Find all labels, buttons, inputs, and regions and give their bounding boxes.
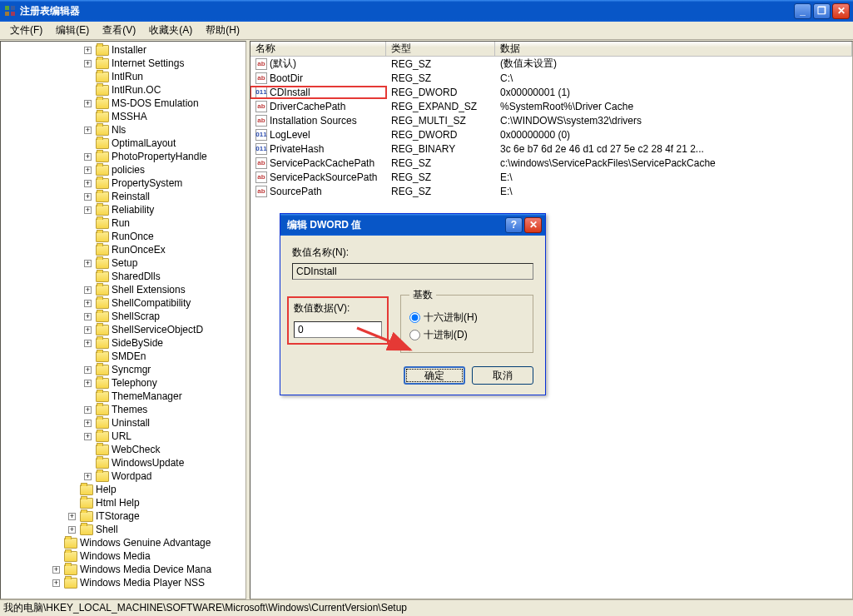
tree-item[interactable]: +Themes [1, 403, 245, 416]
tree-item[interactable]: +ShellServiceObjectD [1, 323, 245, 336]
close-button[interactable]: ✕ [832, 3, 850, 19]
tree-expander[interactable]: + [84, 406, 92, 414]
tree-item[interactable]: Windows Genuine Advantage [1, 536, 245, 549]
tree-item[interactable]: +Reliability [1, 203, 245, 216]
tree-expander[interactable]: + [84, 47, 92, 54]
menu-file[interactable]: 文件(F) [3, 22, 49, 39]
tree-expander[interactable]: + [84, 433, 92, 440]
value-data-input[interactable] [294, 321, 382, 338]
tree-item[interactable]: +Uninstall [1, 416, 245, 430]
tree-expander[interactable]: + [84, 313, 92, 320]
tree-item[interactable]: +Installer [1, 43, 245, 57]
tree-item[interactable]: +ITStorage [1, 509, 245, 523]
table-row[interactable]: 011LogLevelREG_DWORD0x00000000 (0) [250, 127, 852, 142]
tree-expander[interactable]: + [84, 380, 92, 387]
table-row[interactable]: 011PrivateHashREG_BINARY3c 6e b7 6d 2e 4… [250, 142, 852, 156]
value-name: SourcePath [270, 186, 322, 197]
tree-item[interactable]: +Shell [1, 523, 245, 536]
tree-item[interactable]: +SideBySide [1, 336, 245, 350]
minimize-button[interactable]: _ [794, 3, 811, 19]
tree-item[interactable]: +PropertySystem [1, 176, 245, 190]
tree-expander[interactable]: + [84, 260, 92, 267]
menu-favorites[interactable]: 收藏夹(A) [142, 22, 199, 39]
tree-expander[interactable]: + [68, 513, 76, 520]
tree-item[interactable]: WindowsUpdate [1, 456, 245, 469]
tree-item[interactable]: RunOnceEx [1, 243, 245, 256]
tree-item[interactable]: Html Help [1, 496, 245, 509]
tree-expander[interactable]: + [84, 300, 92, 307]
table-row[interactable]: abSourcePathREG_SZE:\ [250, 184, 852, 198]
tree-expander[interactable]: + [84, 193, 92, 201]
radio-dec[interactable] [409, 330, 420, 340]
radio-hex[interactable] [409, 312, 420, 323]
tree-item[interactable]: +Reinstall [1, 190, 245, 203]
tree-item[interactable]: WebCheck [1, 443, 245, 456]
tree-expander[interactable]: + [84, 206, 92, 214]
dialog-titlebar[interactable]: 编辑 DWORD 值 ? ✕ [280, 214, 545, 236]
tree-expander[interactable]: + [84, 100, 92, 107]
menu-view[interactable]: 查看(V) [96, 22, 142, 39]
col-header-name[interactable]: 名称 [250, 42, 386, 56]
tree-item[interactable]: +Telephony [1, 376, 245, 390]
cancel-button[interactable]: 取消 [472, 366, 533, 385]
tree-item[interactable]: +Shell Extensions [1, 283, 245, 296]
tree-expander[interactable]: + [84, 153, 92, 161]
table-row[interactable]: abBootDirREG_SZC:\ [250, 71, 852, 85]
tree-item[interactable]: RunOnce [1, 230, 245, 243]
table-row[interactable]: abServicePackCachePathREG_SZc:\windows\S… [250, 156, 852, 170]
table-row[interactable]: ab(默认)REG_SZ(数值未设置) [250, 57, 852, 71]
tree-expander[interactable]: + [84, 180, 92, 187]
tree-expander[interactable]: + [52, 566, 60, 574]
tree-expander[interactable]: + [84, 366, 92, 374]
tree-expander[interactable]: + [68, 526, 76, 534]
tree-expander[interactable]: + [84, 340, 92, 347]
tree-label: SharedDlls [112, 271, 161, 282]
tree-item[interactable]: SharedDlls [1, 270, 245, 283]
dialog-help-button[interactable]: ? [505, 217, 523, 233]
tree-item[interactable]: +Nls [1, 123, 245, 137]
tree-item[interactable]: Windows Media [1, 549, 245, 563]
col-header-data[interactable]: 数据 [495, 42, 852, 56]
maximize-button[interactable]: ❐ [813, 3, 831, 19]
tree-item[interactable]: +URL [1, 430, 245, 443]
tree-expander[interactable]: + [84, 60, 92, 67]
menu-help[interactable]: 帮助(H) [199, 22, 246, 39]
tree-item[interactable]: +Internet Settings [1, 57, 245, 70]
tree-item[interactable]: +Windows Media Device Mana [1, 563, 245, 576]
menu-edit[interactable]: 编辑(E) [49, 22, 96, 39]
tree-expander[interactable]: + [84, 127, 92, 134]
tree-item[interactable]: ThemeManager [1, 390, 245, 403]
tree-item[interactable]: +PhotoPropertyHandle [1, 150, 245, 163]
ok-button[interactable]: 确定 [404, 366, 465, 385]
tree-item[interactable]: +ShellScrap [1, 310, 245, 323]
table-row[interactable]: abServicePackSourcePathREG_SZE:\ [250, 170, 852, 184]
tree-item[interactable]: Help [1, 483, 245, 496]
tree-item[interactable]: Run [1, 216, 245, 230]
tree-item[interactable]: +policies [1, 163, 245, 176]
table-row[interactable]: abDriverCachePathREG_EXPAND_SZ%SystemRoo… [250, 99, 852, 113]
tree-item[interactable]: SMDEn [1, 350, 245, 363]
tree-expander[interactable]: + [84, 473, 92, 480]
tree-expander[interactable]: + [52, 579, 60, 587]
tree-label: Windows Media [80, 550, 151, 562]
col-header-type[interactable]: 类型 [386, 42, 495, 56]
value-name-input[interactable] [292, 263, 533, 280]
tree-item[interactable]: MSSHA [1, 110, 245, 123]
tree-item[interactable]: +Wordpad [1, 469, 245, 483]
tree-item[interactable]: +MS-DOS Emulation [1, 97, 245, 110]
tree-expander[interactable]: + [84, 326, 92, 334]
tree-item[interactable]: +ShellCompatibility [1, 296, 245, 310]
tree-pane[interactable]: +Installer+Internet SettingsIntlRunIntlR… [0, 41, 246, 599]
tree-item[interactable]: OptimalLayout [1, 137, 245, 150]
dialog-close-button[interactable]: ✕ [524, 217, 542, 233]
table-row[interactable]: abInstallation SourcesREG_MULTI_SZC:\WIN… [250, 113, 852, 127]
tree-expander[interactable]: + [84, 420, 92, 427]
tree-item[interactable]: IntlRun [1, 70, 245, 83]
tree-expander[interactable]: + [84, 166, 92, 174]
tree-item[interactable]: +Syncmgr [1, 363, 245, 376]
tree-item[interactable]: +Windows Media Player NSS [1, 576, 245, 589]
tree-expander[interactable]: + [84, 286, 92, 294]
tree-item[interactable]: IntlRun.OC [1, 83, 245, 97]
tree-item[interactable]: +Setup [1, 256, 245, 270]
table-row[interactable]: 011CDInstallREG_DWORD0x00000001 (1) [250, 85, 852, 99]
